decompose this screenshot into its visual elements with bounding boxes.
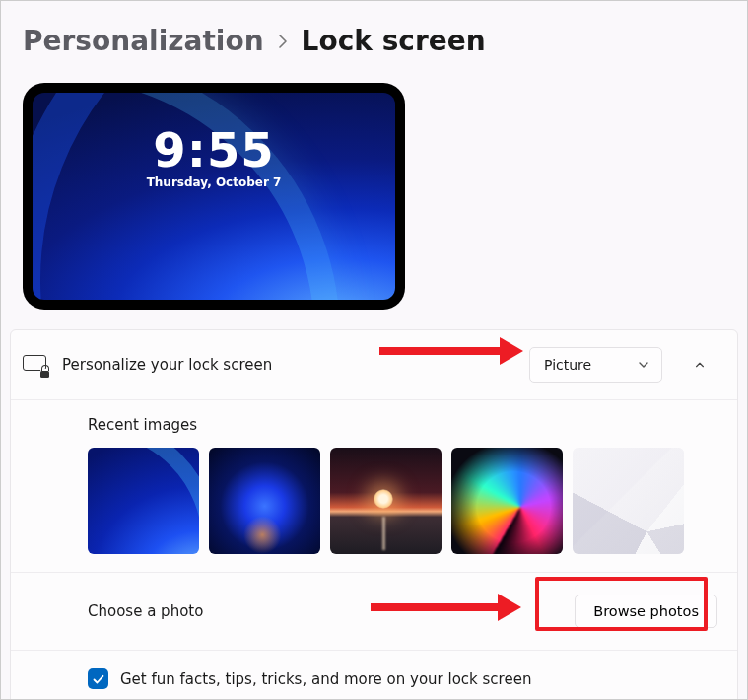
lock-screen-preview-container: 9:55 Thursday, October 7: [1, 61, 747, 319]
breadcrumb-parent[interactable]: Personalization: [23, 25, 264, 57]
browse-photos-button[interactable]: Browse photos: [575, 595, 717, 628]
fun-facts-row: Get fun facts, tips, tricks, and more on…: [11, 650, 737, 700]
breadcrumb-current: Lock screen: [302, 25, 486, 57]
chevron-right-icon: [278, 32, 288, 52]
recent-images-title: Recent images: [88, 416, 717, 434]
recent-image-thumb[interactable]: [88, 448, 199, 554]
lock-screen-icon: [23, 355, 48, 375]
fun-facts-label: Get fun facts, tips, tricks, and more on…: [120, 670, 531, 688]
lock-screen-preview[interactable]: 9:55 Thursday, October 7: [23, 83, 405, 310]
dropdown-value: Picture: [544, 357, 591, 373]
breadcrumb: Personalization Lock screen: [1, 1, 747, 61]
recent-image-thumb[interactable]: [209, 448, 320, 554]
recent-image-thumb[interactable]: [573, 448, 684, 554]
fun-facts-checkbox[interactable]: [88, 668, 108, 689]
personalize-label: Personalize your lock screen: [62, 356, 272, 374]
lock-screen-settings-card: Personalize your lock screen Picture Rec…: [10, 329, 738, 700]
preview-date: Thursday, October 7: [147, 175, 282, 189]
recent-images-list: [88, 448, 717, 554]
collapse-section-button[interactable]: [682, 347, 717, 383]
lock-screen-source-dropdown[interactable]: Picture: [529, 347, 662, 383]
chevron-up-icon: [694, 359, 706, 371]
choose-photo-row: Choose a photo Browse photos: [11, 572, 737, 650]
recent-image-thumb[interactable]: [330, 448, 442, 554]
personalize-row: Personalize your lock screen Picture: [11, 330, 737, 399]
check-icon: [92, 672, 105, 686]
recent-images-section: Recent images: [11, 399, 737, 572]
chevron-down-icon: [638, 359, 649, 371]
preview-time: 9:55: [153, 122, 274, 177]
lock-screen-preview-wallpaper: 9:55 Thursday, October 7: [33, 93, 395, 300]
choose-photo-label: Choose a photo: [88, 602, 203, 620]
recent-image-thumb[interactable]: [451, 448, 563, 554]
